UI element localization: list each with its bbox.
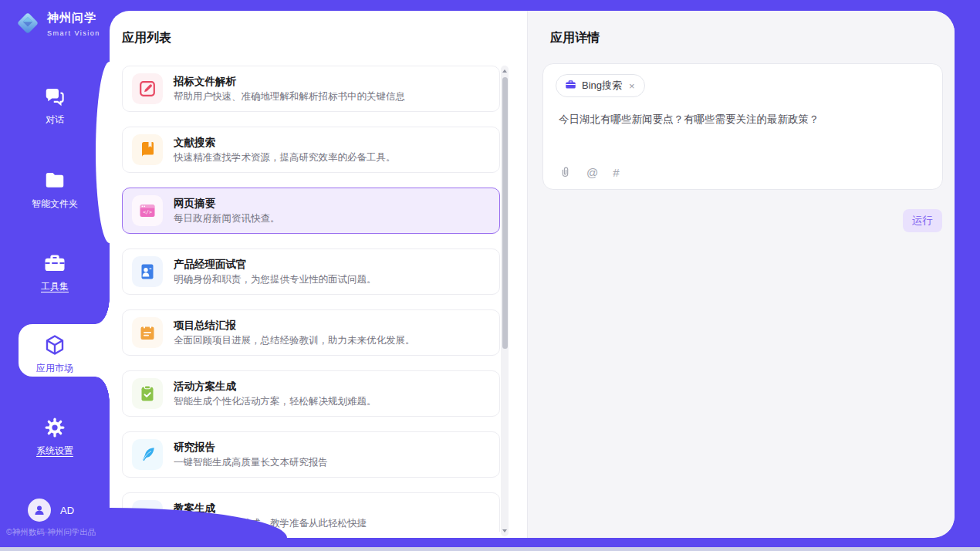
sidebar-item-folders[interactable]: 智能文件夹 [0,169,110,211]
scroll-up-arrow-icon[interactable] [502,68,508,74]
app-card[interactable]: 招标文件解析帮助用户快速、准确地理解和解析招标书中的关键信息 [122,66,500,112]
app-list: 招标文件解析帮助用户快速、准确地理解和解析招标书中的关键信息 文献搜索快速精准查… [122,66,500,532]
sidebar-item-label: 工具集 [0,280,110,293]
prompt-textarea[interactable]: 今日湖北有哪些新闻要点？有哪些需要关注的最新政策？ [559,112,928,157]
clipboard-check-icon [132,378,163,409]
user-label: AD [60,505,74,516]
mention-icon[interactable]: @ [586,166,598,179]
sidebar-item-label: 智能文件夹 [0,198,110,211]
calendar-note-icon [132,317,163,348]
interviewer-icon [132,256,163,287]
app-card[interactable]: 项目总结汇报全面回顾项目进展，总结经验教训，助力未来优化发展。 [122,309,500,356]
sidebar-item-label: 对话 [0,113,110,127]
app-card[interactable]: 研究报告一键智能生成高质量长文本研究报告 [122,431,500,478]
svg-text:</>: </> [143,209,152,215]
app-card-title: 招标文件解析 [174,75,405,89]
app-card-title: 网页摘要 [174,197,280,211]
person-icon [32,503,46,517]
brand-logo: 神州问学 Smart Vision [14,9,110,40]
app-card-description: 全面回顾项目进展，总结经验教训，助力未来优化发展。 [174,334,415,347]
diamond-logo-icon [14,9,42,40]
prompt-input-card: Bing搜索 × 今日湖北有哪些新闻要点？有哪些需要关注的最新政策？ @# [542,63,943,190]
sidebar-item-chat[interactable]: 对话 [0,85,110,127]
hash-icon[interactable]: # [613,166,619,179]
close-icon[interactable]: × [627,80,637,92]
app-card[interactable]: 活动方案生成智能生成个性化活动方案，轻松解决规划难题。 [122,370,500,417]
sidebar-item-label: 系统设置 [0,445,110,458]
sidebar-item-tools[interactable]: 工具集 [0,252,110,293]
app-card-title: 项目总结汇报 [174,319,415,333]
gear-icon [43,416,66,442]
app-detail-title: 应用详情 [550,30,600,46]
toolbox-icon [43,252,66,278]
book-icon [132,134,163,165]
cube-icon [43,333,66,360]
app-card-description: 每日政府新闻资讯快查。 [174,212,280,225]
sidebar-item-label: 应用市场 [0,362,110,375]
avatar[interactable] [28,499,51,522]
tool-tag-bing-search[interactable]: Bing搜索 × [556,74,645,97]
app-card-description: 帮助用户快速、准确地理解和解析招标书中的关键信息 [174,90,405,103]
brand-subtitle: Smart Vision [47,29,100,37]
list-scrollbar[interactable] [501,66,509,536]
app-window: 神州问学 Smart Vision 对话 智能文件夹 工具集 应用市场 系统设置 [0,0,980,551]
copyright-footer: ©神州数码·神州问学出品 [6,527,96,538]
window-bottom-strip [0,547,980,551]
sidebar-item-settings[interactable]: 系统设置 [0,416,110,458]
app-card-title: 文献搜索 [174,136,396,150]
app-card[interactable]: 文献搜索快速精准查找学术资源，提高研究效率的必备工具。 [122,127,500,173]
app-list-title: 应用列表 [122,30,171,46]
document-edit-icon [132,73,163,104]
attachment-toolbar: @# [559,166,620,179]
app-card-description: 快速精准查找学术资源，提高研究效率的必备工具。 [174,151,396,164]
app-card-title: 活动方案生成 [174,380,377,394]
user-account[interactable]: AD [28,499,74,522]
sidebar: 神州问学 Smart Vision 对话 智能文件夹 工具集 应用市场 系统设置 [0,0,110,547]
brand-title: 神州问学 [47,11,96,24]
app-card-description: 明确身份和职责，为您提供专业性的面试问题。 [174,273,377,286]
app-card[interactable]: 产品经理面试官明确身份和职责，为您提供专业性的面试问题。 [122,248,500,295]
tool-tag-label: Bing搜索 [582,79,622,93]
folder-icon [43,169,66,195]
app-detail-panel: 应用详情 Bing搜索 × 今日湖北有哪些新闻要点？有哪些需要关注的最新政策？ … [527,11,955,538]
main-panel: 应用列表 招标文件解析帮助用户快速、准确地理解和解析招标书中的关键信息 文献搜索… [110,11,955,538]
browser-code-icon: </> [132,195,163,226]
app-card-title: 产品经理面试官 [174,258,377,272]
chat-icon [43,85,66,111]
sidebar-item-market[interactable]: 应用市场 [0,333,110,375]
paperclip-icon[interactable] [559,166,572,179]
briefcase-icon [565,79,576,93]
run-button[interactable]: 运行 [903,209,942,232]
app-card-title: 研究报告 [174,441,328,455]
app-card[interactable]: </>网页摘要每日政府新闻资讯快查。 [122,188,500,234]
app-card-description: 一键智能生成高质量长文本研究报告 [174,456,328,469]
quill-icon [132,439,163,470]
app-card-description: 智能生成个性化活动方案，轻松解决规划难题。 [174,395,377,408]
scroll-down-arrow-icon[interactable] [502,528,508,534]
scrollbar-thumb[interactable] [502,77,508,349]
